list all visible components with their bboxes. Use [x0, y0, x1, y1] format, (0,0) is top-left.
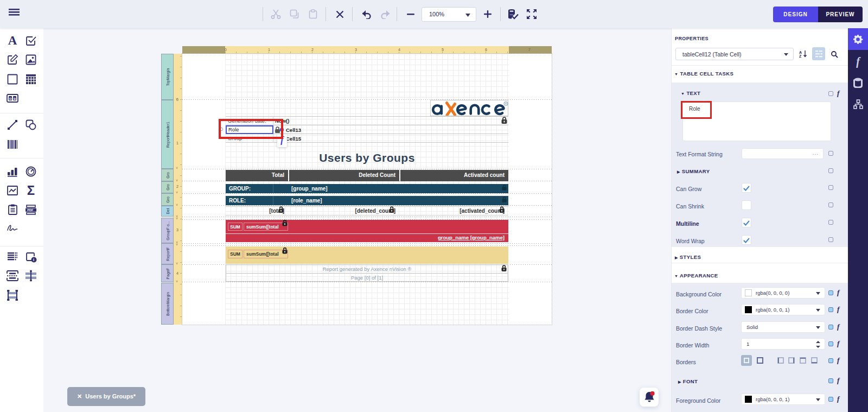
- svg-text:PDF: PDF: [27, 208, 34, 211]
- svg-text:A: A: [799, 50, 802, 54]
- svg-text:i: i: [33, 257, 34, 262]
- svg-text:B: B: [14, 97, 16, 100]
- svg-text:Z: Z: [799, 54, 802, 58]
- svg-text:R: R: [505, 102, 507, 105]
- svg-text:D: D: [9, 97, 12, 100]
